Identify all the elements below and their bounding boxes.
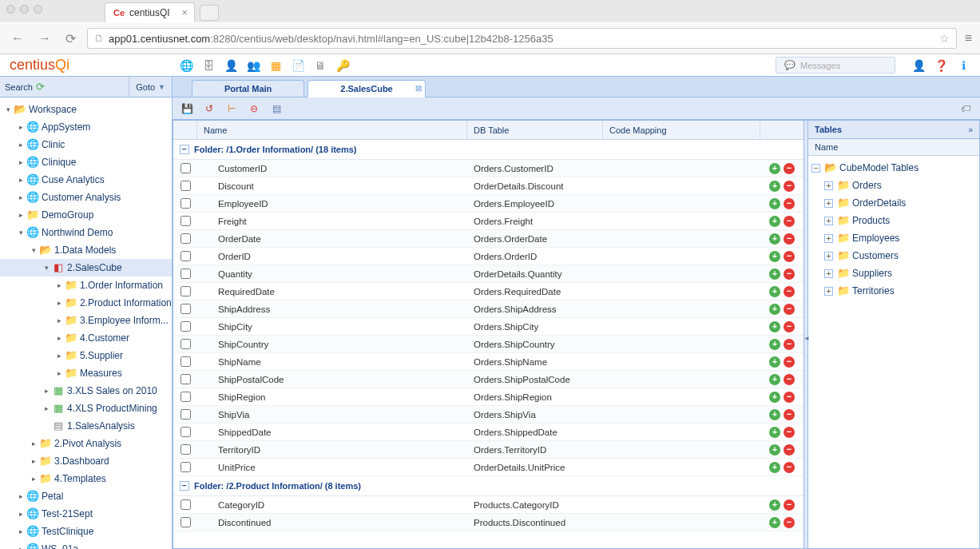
add-icon[interactable]: +	[769, 409, 780, 420]
tree-toggle-icon[interactable]: +	[824, 199, 833, 208]
table-row[interactable]: FreightOrders.Freight+−	[173, 213, 803, 230]
tree-node[interactable]: ▸📁Measures	[0, 364, 172, 382]
grid-icon[interactable]: ▦	[268, 58, 283, 73]
refresh-icon[interactable]: ↺	[201, 101, 217, 117]
tree-node[interactable]: ▸📁2.Product Information	[0, 294, 172, 312]
tree-node[interactable]: ▸📁2.Pivot Analysis	[0, 435, 172, 452]
save-icon[interactable]: 💾	[179, 101, 195, 117]
tree-node[interactable]: ▸🌐Petal	[0, 487, 172, 505]
main-tab[interactable]: 2.SalesCube⊠	[307, 80, 425, 97]
tree-node[interactable]: ▸📁4.Templates	[0, 470, 172, 487]
tree-toggle-icon[interactable]: +	[824, 287, 833, 296]
table-row[interactable]: DiscontinuedProducts.Discontinued+−	[173, 514, 803, 531]
tree-toggle-icon[interactable]: ▸	[16, 120, 26, 134]
tree-toggle-icon[interactable]: ▸	[29, 436, 38, 451]
delete-icon[interactable]: ⊖	[246, 101, 262, 117]
tree-node[interactable]: ▸🌐AppSystem	[0, 118, 172, 136]
remove-icon[interactable]: −	[784, 198, 795, 209]
add-icon[interactable]: +	[769, 517, 780, 528]
add-icon[interactable]: +	[769, 216, 780, 227]
remove-icon[interactable]: −	[784, 499, 795, 511]
close-icon[interactable]: ⊠	[415, 84, 422, 93]
remove-icon[interactable]: −	[784, 216, 795, 227]
table-row[interactable]: ShipRegionOrders.ShipRegion+−	[173, 388, 803, 406]
table-row[interactable]: ShipViaOrders.ShipVia+−	[173, 406, 803, 424]
tree-toggle-icon[interactable]: ▸	[54, 296, 64, 310]
search-go-icon[interactable]: ⟳	[36, 81, 45, 93]
remove-icon[interactable]: −	[784, 321, 795, 332]
tree-node[interactable]: +📁Territories	[808, 282, 979, 300]
tree-toggle-icon[interactable]: ▾	[29, 243, 38, 257]
main-tab[interactable]: Portal Main	[192, 80, 304, 97]
table-row[interactable]: ShipNameOrders.ShipName+−	[173, 353, 803, 371]
tree-node[interactable]: ▸📁4.Customer	[0, 329, 172, 347]
collapse-icon[interactable]: »	[968, 125, 973, 134]
server-icon[interactable]: 🖥	[313, 58, 327, 73]
doc-icon[interactable]: 📄	[291, 58, 305, 73]
add-icon[interactable]: +	[769, 462, 780, 473]
forward-button[interactable]: →	[35, 31, 54, 46]
row-checkbox[interactable]	[181, 462, 191, 472]
tree-node[interactable]: +📁Suppliers	[808, 265, 979, 282]
hierarchy-icon[interactable]: 👤	[224, 58, 238, 73]
table-row[interactable]: OrderDateOrders.OrderDate+−	[173, 230, 803, 248]
tree-node[interactable]: +📁Employees	[808, 229, 979, 247]
row-checkbox[interactable]	[181, 499, 191, 510]
row-checkbox[interactable]	[181, 251, 191, 261]
table-row[interactable]: TerritoryIDOrders.TerritoryID+−	[173, 441, 803, 459]
tree-toggle-icon[interactable]: ▸	[54, 331, 64, 345]
add-icon[interactable]: +	[769, 269, 780, 280]
key-icon[interactable]: 🔑	[335, 58, 350, 73]
tree-toggle-icon[interactable]: ▸	[29, 454, 38, 468]
tree-node[interactable]: ▸📁3.Dashboard	[0, 452, 172, 470]
table-row[interactable]: EmployeeIDOrders.EmployeeID+−	[173, 195, 803, 213]
row-checkbox[interactable]	[181, 181, 191, 191]
tree-node[interactable]: +📁OrderDetails	[808, 194, 979, 212]
help-icon[interactable]: ❓	[934, 58, 948, 73]
collapse-icon[interactable]: −	[180, 481, 189, 491]
globe-icon[interactable]: 🌐	[179, 58, 193, 73]
row-checkbox[interactable]	[181, 517, 191, 527]
tree-toggle-icon[interactable]: +	[824, 269, 833, 278]
tree-toggle-icon[interactable]: +	[824, 234, 833, 243]
new-tab-button[interactable]	[200, 5, 219, 21]
row-checkbox[interactable]	[181, 216, 191, 226]
group-header[interactable]: −Folder: /2.Product Information/ (8 item…	[173, 476, 803, 496]
table-row[interactable]: CustomerIDOrders.CustomerID+−	[173, 160, 803, 177]
remove-icon[interactable]: −	[784, 286, 795, 297]
col-header-db[interactable]: DB Table	[467, 121, 603, 139]
address-bar[interactable]: 🗋 app01.centiusnet.com:8280/centius/web/…	[87, 28, 957, 49]
tree-toggle-icon[interactable]: ▾	[3, 102, 13, 117]
tree-node[interactable]: ▾📂Workspace	[0, 101, 172, 118]
add-icon[interactable]: +	[769, 321, 780, 332]
reload-button[interactable]: ⟳	[62, 31, 79, 46]
col-header-map[interactable]: Code Mapping	[603, 121, 760, 139]
menu-icon[interactable]: ≡	[965, 31, 972, 46]
tree-toggle-icon[interactable]: +	[824, 217, 833, 225]
tree-node[interactable]: +📁Products	[808, 212, 979, 229]
tree-toggle-icon[interactable]: ▸	[42, 401, 51, 416]
close-icon[interactable]: ×	[182, 7, 188, 18]
tree-node[interactable]: ▤1.SalesAnalysis	[0, 417, 172, 435]
row-checkbox[interactable]	[181, 392, 191, 402]
table-row[interactable]: ShippedDateOrders.ShippedDate+−	[173, 424, 803, 441]
tree-toggle-icon[interactable]: +	[824, 252, 833, 261]
add-icon[interactable]: +	[769, 181, 780, 192]
row-checkbox[interactable]	[181, 269, 191, 279]
row-checkbox[interactable]	[181, 409, 191, 420]
add-icon[interactable]: +	[769, 339, 780, 350]
tree-node[interactable]: ▸🌐Test-21Sept	[0, 505, 172, 523]
remove-icon[interactable]: −	[784, 374, 795, 385]
remove-icon[interactable]: −	[784, 251, 795, 262]
row-checkbox[interactable]	[181, 374, 191, 384]
tree-toggle-icon[interactable]: ▸	[42, 384, 51, 398]
table-row[interactable]: OrderIDOrders.OrderID+−	[173, 248, 803, 265]
tree-node[interactable]: ▸▦4.XLS ProductMining	[0, 400, 172, 417]
row-checkbox[interactable]	[181, 427, 191, 437]
tree-node[interactable]: +📁Orders	[808, 177, 979, 194]
tree-node[interactable]: ▸🌐Cuse Analytics	[0, 171, 172, 189]
add-icon[interactable]: +	[769, 374, 780, 385]
tree-toggle-icon[interactable]: ▸	[16, 155, 26, 169]
tree-toggle-icon[interactable]: ▸	[54, 278, 64, 292]
add-icon[interactable]: +	[769, 499, 780, 511]
